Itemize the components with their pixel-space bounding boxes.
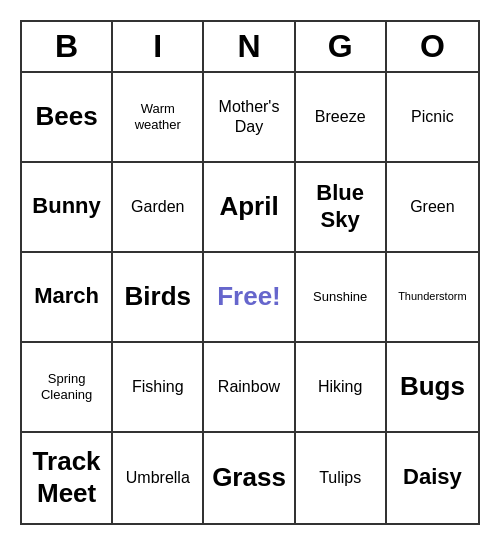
- bingo-cell: Bugs: [387, 343, 478, 433]
- bingo-cell: Umbrella: [113, 433, 204, 523]
- bingo-cell: Bees: [22, 73, 113, 163]
- bingo-cell: Hiking: [296, 343, 387, 433]
- bingo-cell: Grass: [204, 433, 295, 523]
- bingo-card: BINGO BeesWarm weatherMother's DayBreeze…: [20, 20, 480, 525]
- bingo-grid: BeesWarm weatherMother's DayBreezePicnic…: [22, 73, 478, 523]
- bingo-cell: Green: [387, 163, 478, 253]
- bingo-cell: Breeze: [296, 73, 387, 163]
- bingo-cell: Thunderstorm: [387, 253, 478, 343]
- bingo-cell: Picnic: [387, 73, 478, 163]
- bingo-cell: Rainbow: [204, 343, 295, 433]
- bingo-cell: Bunny: [22, 163, 113, 253]
- bingo-cell: Fishing: [113, 343, 204, 433]
- bingo-cell: Tulips: [296, 433, 387, 523]
- bingo-cell: Mother's Day: [204, 73, 295, 163]
- bingo-cell: Free!: [204, 253, 295, 343]
- bingo-cell: Daisy: [387, 433, 478, 523]
- bingo-cell: Sunshine: [296, 253, 387, 343]
- bingo-cell: Garden: [113, 163, 204, 253]
- bingo-cell: March: [22, 253, 113, 343]
- bingo-cell: Track Meet: [22, 433, 113, 523]
- bingo-cell: Spring Cleaning: [22, 343, 113, 433]
- header-letter: G: [296, 22, 387, 71]
- header-letter: O: [387, 22, 478, 71]
- bingo-cell: Warm weather: [113, 73, 204, 163]
- header-letter: I: [113, 22, 204, 71]
- bingo-header: BINGO: [22, 22, 478, 73]
- header-letter: B: [22, 22, 113, 71]
- header-letter: N: [204, 22, 295, 71]
- bingo-cell: Blue Sky: [296, 163, 387, 253]
- bingo-cell: Birds: [113, 253, 204, 343]
- bingo-cell: April: [204, 163, 295, 253]
